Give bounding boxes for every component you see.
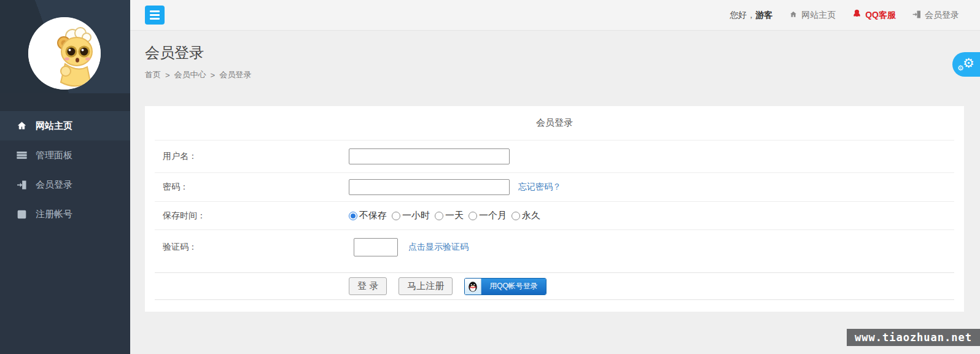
hamburger-icon — [150, 10, 160, 12]
breadcrumb-separator: > — [165, 71, 170, 80]
sidebar: 网站主页 管理面板 会员登录 注册帐号 — [0, 0, 130, 354]
forgot-password-link[interactable]: 忘记密码？ — [518, 182, 561, 193]
qq-login-label: 用QQ帐号登录 — [481, 279, 546, 294]
radio-icon — [392, 212, 400, 220]
radio-icon — [435, 212, 443, 220]
captcha-label: 验证码： — [155, 242, 349, 253]
radio-icon — [511, 212, 520, 220]
avatar[interactable] — [28, 17, 101, 90]
sidebar-item-label: 注册帐号 — [36, 209, 72, 220]
greeting-text: 您好，游客 — [729, 10, 772, 21]
radio-icon — [469, 212, 477, 220]
breadcrumb-member-center[interactable]: 会员中心 — [174, 69, 206, 80]
login-card: 会员登录 用户名： 密码： 忘记密码？ 保存时间： 不保存 一小时 一天 — [145, 106, 964, 312]
sidebar-separator — [0, 93, 130, 111]
login-button[interactable]: 登 录 — [349, 277, 387, 295]
password-row: 密码： 忘记密码？ — [155, 172, 954, 201]
sidebar-header — [0, 0, 130, 93]
breadcrumb: 首页 > 会员中心 > 会员登录 — [145, 69, 251, 80]
breadcrumb-current: 会员登录 — [219, 69, 251, 80]
radio-option-one-day[interactable]: 一天 — [435, 210, 464, 221]
panel-icon — [16, 151, 28, 160]
password-label: 密码： — [155, 182, 349, 193]
sidebar-item-login[interactable]: 会员登录 — [0, 170, 130, 199]
sidebar-item-label: 管理面板 — [36, 150, 72, 161]
sidebar-item-home[interactable]: 网站主页 — [0, 111, 130, 140]
greeting-username: 游客 — [755, 10, 772, 20]
save-time-label: 保存时间： — [155, 210, 349, 221]
sidebar-menu: 网站主页 管理面板 会员登录 注册帐号 — [0, 111, 130, 229]
breadcrumb-separator: > — [211, 71, 216, 80]
buttons-row: 登 录 马上注册 用QQ帐号登录 — [155, 272, 954, 300]
signin-icon — [912, 10, 921, 20]
topnav-qq-label: QQ客服 — [865, 10, 896, 21]
topnav-login-label: 会员登录 — [925, 10, 959, 21]
register-button[interactable]: 马上注册 — [399, 277, 453, 295]
home-icon — [16, 121, 28, 131]
breadcrumb-home[interactable]: 首页 — [145, 69, 161, 80]
topnav-login-link[interactable]: 会员登录 — [912, 10, 959, 21]
sidebar-item-label: 网站主页 — [36, 120, 72, 132]
gears-icon: ⚙ — [963, 57, 974, 70]
floating-settings-button[interactable]: ⚙ ⚙ — [952, 52, 980, 77]
radio-option-no-save[interactable]: 不保存 — [349, 210, 387, 221]
sidebar-item-label: 会员登录 — [36, 179, 72, 191]
content-header: 会员登录 首页 > 会员中心 > 会员登录 — [145, 43, 251, 80]
username-row: 用户名： — [155, 140, 954, 172]
page-title: 会员登录 — [145, 43, 251, 63]
password-input[interactable] — [349, 179, 510, 195]
qq-penguin-icon — [465, 279, 481, 294]
sidebar-item-panel[interactable]: 管理面板 — [0, 140, 130, 170]
captcha-row: 验证码： 点击显示验证码 — [155, 229, 954, 272]
qq-icon — [852, 9, 861, 21]
form-title: 会员登录 — [155, 106, 954, 140]
sidebar-item-register[interactable]: 注册帐号 — [0, 199, 130, 229]
topnav-home-link[interactable]: 网站主页 — [789, 10, 836, 21]
topbar: 您好，游客 网站主页 QQ客服 会员登录 — [130, 0, 980, 31]
radio-option-forever[interactable]: 永久 — [511, 210, 540, 221]
topnav: 您好，游客 网站主页 QQ客服 会员登录 — [729, 9, 959, 21]
username-label: 用户名： — [155, 151, 349, 162]
avatar-illustration — [28, 17, 101, 90]
radio-option-one-month[interactable]: 一个月 — [469, 210, 507, 221]
topnav-home-label: 网站主页 — [801, 10, 836, 21]
register-icon — [16, 210, 28, 219]
radio-option-one-hour[interactable]: 一小时 — [392, 210, 430, 221]
save-time-row: 保存时间： 不保存 一小时 一天 一个月 永久 — [155, 201, 954, 229]
qq-login-button[interactable]: 用QQ帐号登录 — [464, 278, 546, 295]
sidebar-toggle-button[interactable] — [145, 6, 165, 25]
signin-icon — [16, 180, 28, 190]
radio-icon — [349, 212, 357, 220]
save-time-options: 不保存 一小时 一天 一个月 永久 — [349, 210, 954, 221]
show-captcha-link[interactable]: 点击显示验证码 — [408, 242, 469, 253]
home-icon — [789, 10, 798, 20]
site-watermark: www.tiaozhuan.net — [847, 329, 980, 346]
captcha-input[interactable] — [354, 238, 398, 256]
topnav-qq-service-link[interactable]: QQ客服 — [852, 9, 896, 21]
username-input[interactable] — [349, 148, 510, 164]
